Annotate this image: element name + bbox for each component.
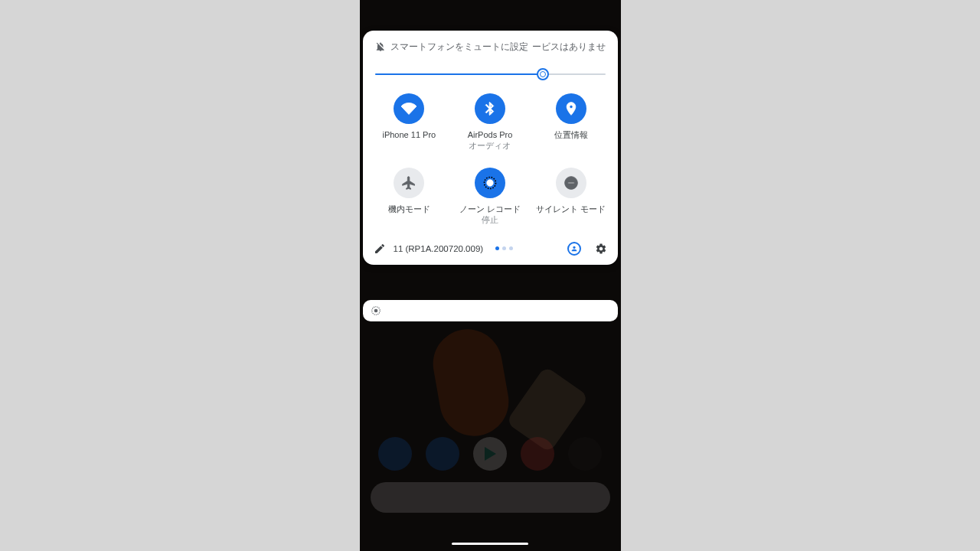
qs-header-left[interactable]: スマートフォンをミュートに設定 — [375, 41, 528, 53]
tile-sublabel: 停止 — [482, 215, 498, 225]
bluetooth-icon — [475, 93, 505, 124]
tile-label: サイレント モード — [536, 204, 606, 215]
tile-screen-record[interactable]: ノーン レコード停止 — [449, 168, 531, 225]
page-dot-3 — [509, 246, 513, 250]
gesture-nav-bar[interactable] — [452, 543, 528, 545]
svg-point-2 — [374, 309, 377, 313]
notification-row[interactable] — [363, 300, 618, 321]
airplane-icon — [394, 168, 424, 198]
tile-airplane[interactable]: 機内モード — [369, 168, 450, 225]
tile-label: AirPods Pro — [468, 130, 513, 141]
brightness-slider[interactable] — [363, 55, 618, 86]
user-switch-icon[interactable] — [567, 242, 581, 256]
location-icon — [556, 93, 586, 124]
qs-carrier-label: ービスはありませ — [532, 41, 606, 53]
tile-label: 機内モード — [388, 204, 430, 215]
tile-label: iPhone 11 Pro — [382, 130, 436, 141]
svg-point-0 — [487, 180, 493, 186]
page-dots — [495, 246, 513, 250]
qs-tiles-grid: iPhone 11 ProAirPods Proオーディオ位置情報機内モードノー… — [363, 86, 618, 231]
tile-dnd[interactable]: サイレント モード — [531, 168, 612, 225]
qs-header: スマートフォンをミュートに設定 ービスはありませ — [363, 38, 618, 55]
mute-bell-icon — [375, 41, 386, 52]
tile-wifi[interactable]: iPhone 11 Pro — [369, 93, 450, 151]
build-label: 11 (RP1A.200720.009) — [394, 244, 484, 253]
qs-footer: 11 (RP1A.200720.009) — [363, 231, 618, 265]
page-dot-2 — [502, 246, 506, 250]
tile-bluetooth[interactable]: AirPods Proオーディオ — [449, 93, 531, 151]
page-dot-1 — [495, 246, 499, 250]
phone-frame: 17:25 スマートフォンをミュートに設定 ービスはありませ iPhone 11… — [360, 0, 621, 551]
brightness-thumb-icon[interactable] — [537, 68, 549, 80]
tile-sublabel: オーディオ — [469, 141, 511, 151]
screen-record-icon — [475, 168, 505, 198]
screen-record-notif-icon — [371, 305, 381, 316]
dnd-icon — [556, 168, 586, 198]
tile-label: ノーン レコード — [459, 204, 521, 215]
tile-location[interactable]: 位置情報 — [531, 93, 612, 151]
tile-label: 位置情報 — [554, 130, 588, 141]
qs-mute-label: スマートフォンをミュートに設定 — [390, 41, 528, 53]
edit-icon[interactable] — [374, 243, 386, 255]
settings-icon[interactable] — [595, 243, 607, 255]
quick-settings-panel: スマートフォンをミュートに設定 ービスはありませ iPhone 11 ProAi… — [363, 31, 618, 265]
wifi-icon — [394, 93, 424, 124]
